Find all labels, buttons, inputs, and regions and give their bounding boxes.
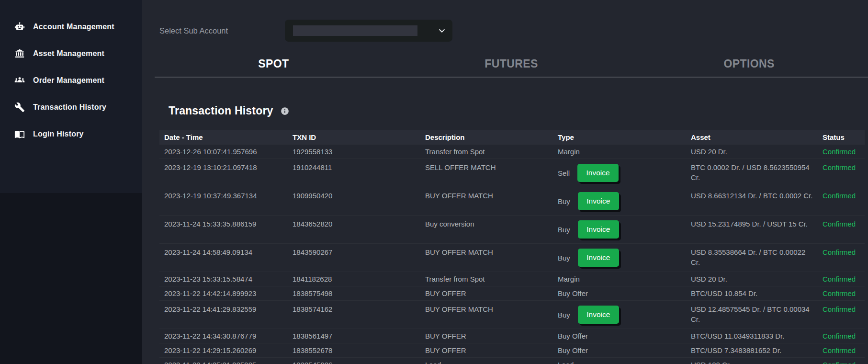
type-label: Buy xyxy=(558,225,570,235)
status-badge: Confirmed xyxy=(823,244,865,259)
cell-asset: BTC/USD 7.3483881652 Dr. xyxy=(691,343,823,357)
type-label: Margin xyxy=(558,274,580,284)
invoice-button[interactable]: Invoice xyxy=(577,164,619,182)
cell-description: BUY OFFER MATCH xyxy=(425,187,558,203)
sidebar-item-label: Account Management xyxy=(33,23,114,31)
main-content: Select Sub Account SPOT FUTURES OPTIONS … xyxy=(142,0,868,364)
sidebar-item-order-management[interactable]: Order Management xyxy=(0,67,142,94)
page-title: Transaction History xyxy=(169,104,273,117)
subaccount-label: Select Sub Account xyxy=(159,26,285,35)
cell-txn-id: 1838574162 xyxy=(293,301,425,316)
cell-asset: USD 100 Cr. xyxy=(691,358,823,364)
transaction-table: Date - Time TXN ID Description Type Asse… xyxy=(159,130,865,364)
type-label: Buy xyxy=(558,310,570,320)
type-label: Load xyxy=(558,360,574,364)
column-header: Description xyxy=(425,133,558,141)
sidebar-item-login-history[interactable]: Login History xyxy=(0,121,142,148)
status-badge: Confirmed xyxy=(823,187,865,203)
cell-txn-id: 1838561497 xyxy=(293,329,425,343)
tab-futures[interactable]: FUTURES xyxy=(393,52,631,77)
status-badge: Confirmed xyxy=(823,301,865,316)
table-row: 2023-11-22 14:29:15.260269 1838552678 BU… xyxy=(159,343,865,358)
status-badge: Confirmed xyxy=(823,272,865,286)
sidebar-item-label: Order Management xyxy=(33,76,104,85)
table-body: 2023-12-26 10:07:41.957696 1929558133 Tr… xyxy=(159,145,865,364)
invoice-button[interactable]: Invoice xyxy=(578,249,619,267)
sidebar-item-account-management[interactable]: Account Management xyxy=(0,13,142,40)
cell-description: Buy conversion xyxy=(425,216,558,231)
type-label: Buy Offer xyxy=(558,331,588,341)
market-tabs: SPOT FUTURES OPTIONS xyxy=(155,52,868,78)
cell-type: Buy Offer xyxy=(558,343,691,357)
book-icon xyxy=(14,129,25,139)
cell-asset: BTC/USD 10.854 Dr. xyxy=(691,286,823,300)
column-header: Date - Time xyxy=(159,133,293,141)
column-header: Type xyxy=(558,133,691,141)
tab-options[interactable]: OPTIONS xyxy=(630,52,868,77)
cell-asset: BTC 0.0002 Dr. / USD 8.5623550954 Cr. xyxy=(691,159,823,184)
type-label: Sell xyxy=(558,168,570,178)
wrench-icon xyxy=(14,102,25,113)
cell-type: Margin xyxy=(558,145,691,159)
sidebar-item-asset-management[interactable]: Asset Management xyxy=(0,40,142,67)
cell-description: Load xyxy=(425,358,558,364)
cell-date-time: 2023-12-19 10:37:49.367134 xyxy=(159,187,293,203)
cell-date-time: 2023-11-24 14:58:49.09134 xyxy=(159,244,293,259)
cell-description: Transfer from Spot xyxy=(425,272,558,286)
cell-asset: USD 8.66312134 Dr. / BTC 0.0002 Cr. xyxy=(691,187,823,203)
cell-type: Load xyxy=(558,358,691,364)
cell-description: Transfer from Spot xyxy=(425,145,558,159)
status-badge: Confirmed xyxy=(823,286,865,300)
invoice-button[interactable]: Invoice xyxy=(578,306,619,324)
cell-asset: USD 8.35538664 Dr. / BTC 0.00022 Cr. xyxy=(691,244,823,269)
cell-asset: BTC/USD 11.0349311833 Dr. xyxy=(691,329,823,343)
bank-icon xyxy=(14,48,25,59)
table-row: 2023-12-19 10:37:49.367134 1909950420 BU… xyxy=(159,187,865,216)
cell-txn-id: 1909950420 xyxy=(293,187,425,203)
subaccount-selected-value xyxy=(293,25,417,36)
table-row: 2023-11-24 15:33:35.886159 1843652820 Bu… xyxy=(159,216,865,244)
invoice-button[interactable]: Invoice xyxy=(578,220,619,239)
section-head: Transaction History xyxy=(169,104,868,117)
cell-date-time: 2023-11-22 14:34:30.876779 xyxy=(159,329,293,343)
cell-type: Buy Offer xyxy=(558,329,691,343)
sidebar: Account Management Asset Management Orde… xyxy=(0,0,142,364)
cell-description: BUY OFFER xyxy=(425,329,558,343)
sidebar-item-transaction-history[interactable]: Transaction History xyxy=(0,94,142,121)
type-label: Buy Offer xyxy=(558,345,588,355)
table-row: 2023-11-22 14:41:29.832559 1838574162 BU… xyxy=(159,301,865,329)
cell-asset: USD 12.48575545 Dr. / BTC 0.00034 Cr. xyxy=(691,301,823,326)
tab-spot[interactable]: SPOT xyxy=(155,52,393,77)
sidebar-menu: Account Management Asset Management Orde… xyxy=(0,0,142,193)
info-icon[interactable] xyxy=(281,107,289,115)
cell-txn-id: 1843590267 xyxy=(293,244,425,259)
cell-type: Buy Invoice xyxy=(558,244,691,272)
chevron-down-icon xyxy=(438,26,446,35)
type-label: Buy xyxy=(558,196,570,206)
sidebar-item-label: Login History xyxy=(33,130,84,138)
cell-date-time: 2023-11-23 15:33:15.58474 xyxy=(159,272,293,286)
status-badge: Confirmed xyxy=(823,358,865,364)
cell-asset: USD 15.23174895 Dr. / USDT 15 Cr. xyxy=(691,216,823,231)
table-row: 2023-11-22 14:34:30.876779 1838561497 BU… xyxy=(159,329,865,343)
cell-description: BUY OFFER MATCH xyxy=(425,301,558,316)
status-badge: Confirmed xyxy=(823,343,865,357)
cell-type: Buy Invoice xyxy=(558,187,691,215)
cell-txn-id: 1838545986 xyxy=(293,358,425,364)
invoice-button[interactable]: Invoice xyxy=(578,192,619,210)
cell-date-time: 2023-11-22 14:29:15.260269 xyxy=(159,343,293,357)
cell-txn-id: 1929558133 xyxy=(293,145,425,159)
status-badge: Confirmed xyxy=(823,145,865,159)
cell-description: SELL OFFER MATCH xyxy=(425,159,558,174)
column-header: TXN ID xyxy=(293,133,425,141)
cell-txn-id: 1843652820 xyxy=(293,216,425,231)
cell-date-time: 2023-11-22 14:25:21.985905 xyxy=(159,358,293,364)
cell-date-time: 2023-12-26 10:07:41.957696 xyxy=(159,145,293,159)
cell-type: Buy Invoice xyxy=(558,301,691,329)
subaccount-select[interactable] xyxy=(285,20,452,42)
cell-type: Margin xyxy=(558,272,691,286)
cell-txn-id: 1841182628 xyxy=(293,272,425,286)
cell-description: BUY OFFER MATCH xyxy=(425,244,558,259)
cell-date-time: 2023-11-24 15:33:35.886159 xyxy=(159,216,293,231)
robot-icon xyxy=(14,22,25,32)
